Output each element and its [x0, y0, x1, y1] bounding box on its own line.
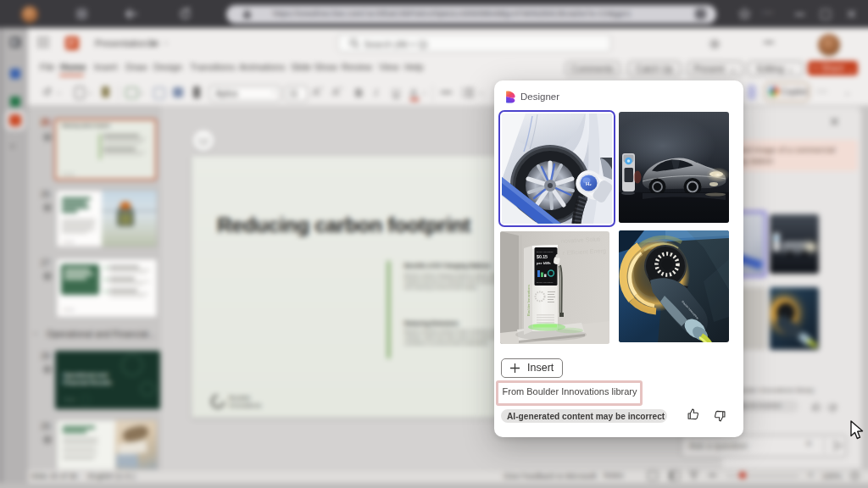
svg-text:Boulder Innovations: Boulder Innovations — [526, 285, 531, 316]
svg-text:Boulder Innovations: Boulder Innovations — [537, 251, 554, 252]
svg-text:$0.15: $0.15 — [537, 254, 548, 259]
svg-text:per kWh: per kWh — [537, 261, 551, 265]
svg-text:H₂: H₂ — [586, 181, 592, 186]
svg-text:Boulder Innovations: Boulder Innovations — [537, 281, 554, 283]
